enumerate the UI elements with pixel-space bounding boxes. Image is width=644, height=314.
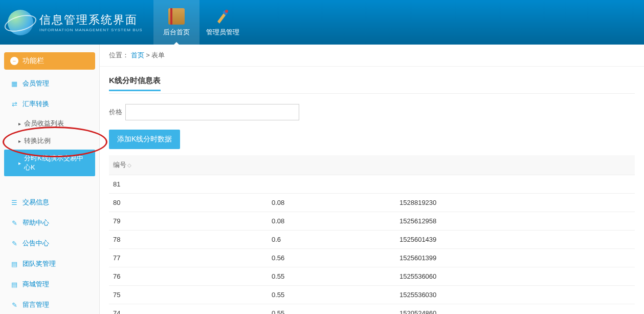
app-header: 信息管理系统界面 INFORMATION MANAGEMENT SYSTEM B…: [0, 0, 644, 45]
app-title: 信息管理系统界面: [39, 12, 143, 28]
svg-point-0: [225, 10, 228, 13]
cell-id: 81: [109, 175, 268, 194]
edit-icon: ✎: [10, 239, 18, 247]
sidebar-item-label: 商城管理: [23, 280, 49, 289]
cell-time: 1525536030: [395, 286, 635, 304]
edit-icon: ✎: [10, 219, 18, 227]
cell-id: 80: [109, 194, 268, 212]
cell-id: 78: [109, 231, 268, 249]
price-input[interactable]: [125, 104, 299, 120]
price-form-row: 价格: [109, 104, 635, 120]
cell-id: 77: [109, 249, 268, 267]
sidebar-item-exchange[interactable]: ⇄ 汇率转换: [4, 94, 95, 114]
sidebar-item-announce[interactable]: ✎ 公告中心: [4, 234, 95, 253]
breadcrumb-sep: >: [146, 51, 151, 59]
sidebar-item-label: 留言管理: [23, 300, 49, 309]
nav-home-label: 后台首页: [163, 28, 190, 37]
sidebar-item-label: 公告中心: [23, 239, 49, 248]
logo-icon: [8, 10, 33, 35]
cell-price: 0.55: [268, 286, 395, 304]
kline-table: 编号◇ 81800.081528819230790.08152561295878…: [109, 155, 635, 314]
cell-time: 1525536060: [395, 267, 635, 286]
table-row[interactable]: 750.551525536030: [109, 286, 635, 304]
cell-time: 1525612958: [395, 212, 635, 231]
sort-icon: ◇: [127, 162, 131, 168]
sidebar-sub-label: 会员收益列表: [24, 119, 64, 128]
cell-price: 0.08: [268, 212, 395, 231]
breadcrumb: 位置： 首页 > 表单: [100, 45, 644, 67]
app-subtitle: INFORMATION MANAGEMENT SYSTEM BUS: [39, 28, 143, 32]
add-kline-button[interactable]: 添加K线分时数据: [109, 130, 180, 149]
sidebar-sub-earnings[interactable]: 会员收益列表: [4, 115, 95, 132]
sidebar-sub-label: 转换比例: [24, 136, 51, 145]
sidebar-item-team[interactable]: ▤ 团队奖管理: [4, 254, 95, 274]
sidebar-item-label: 交易信息: [23, 198, 49, 207]
cell-time: 1520524860: [395, 304, 635, 315]
breadcrumb-prefix: 位置：: [109, 51, 129, 59]
admin-tools-icon: [214, 8, 231, 25]
edit-icon: ✎: [10, 301, 18, 309]
cell-price: 0.55: [268, 304, 395, 315]
sidebar-item-trade[interactable]: ☰ 交易信息: [4, 193, 95, 212]
cell-time: 1525601399: [395, 249, 635, 267]
sidebar-item-label: 会员管理: [23, 79, 49, 88]
cell-id: 75: [109, 286, 268, 304]
cell-time: 1525601439: [395, 231, 635, 249]
table-row[interactable]: 790.081525612958: [109, 212, 635, 231]
sidebar-sub-kline[interactable]: 分时K线[演示交易中心K: [4, 150, 95, 176]
cell-price: 0.6: [268, 231, 395, 249]
breadcrumb-current: 表单: [151, 51, 165, 59]
sidebar-item-message[interactable]: ✎ 留言管理: [4, 295, 95, 314]
logo-area: 信息管理系统界面 INFORMATION MANAGEMENT SYSTEM B…: [0, 0, 153, 45]
sidebar-header[interactable]: − 功能栏: [4, 52, 95, 70]
sidebar-item-label: 团队奖管理: [23, 259, 56, 268]
page-title: K线分时信息表: [109, 76, 161, 91]
price-label: 价格: [109, 108, 122, 117]
sidebar-sub-label: 分时K线[演示交易中心K: [24, 154, 89, 172]
table-row[interactable]: 760.551525536060: [109, 267, 635, 286]
users-icon: ▦: [10, 79, 18, 88]
sidebar-item-mall[interactable]: ▤ 商城管理: [4, 275, 95, 294]
cell-price: 0.55: [268, 267, 395, 286]
cell-id: 76: [109, 267, 268, 286]
table-row[interactable]: 740.551520524860: [109, 304, 635, 315]
cell-id: 79: [109, 212, 268, 231]
cell-time: 1528819230: [395, 194, 635, 212]
main-content: 位置： 首页 > 表单 K线分时信息表 价格 添加K线分时数据 编号◇: [100, 45, 644, 314]
sidebar-sub-ratio[interactable]: 转换比例: [4, 132, 95, 150]
table-row[interactable]: 800.081528819230: [109, 194, 635, 212]
nav-admin-label: 管理员管理: [206, 28, 239, 37]
cell-price: 0.56: [268, 249, 395, 267]
table-row[interactable]: 770.561525601399: [109, 249, 635, 267]
sidebar-item-member[interactable]: ▦ 会员管理: [4, 74, 95, 93]
calendar-icon: ▤: [10, 260, 18, 268]
cell-time: [395, 175, 635, 194]
sidebar-item-label: 汇率转换: [23, 99, 49, 109]
sidebar-item-help[interactable]: ✎ 帮助中心: [4, 213, 95, 233]
sidebar: − 功能栏 ▦ 会员管理 ⇄ 汇率转换 会员收益列表 转换比例 分时K线[演示交…: [0, 45, 100, 314]
sidebar-item-label: 帮助中心: [23, 218, 49, 227]
table-row[interactable]: 81: [109, 175, 635, 194]
cell-price: 0.08: [268, 194, 395, 212]
table-header-price[interactable]: [268, 155, 395, 175]
list-icon: ☰: [10, 198, 18, 206]
cell-price: [268, 175, 395, 194]
cell-id: 74: [109, 304, 268, 315]
nav-home[interactable]: 后台首页: [153, 0, 199, 45]
minus-icon: −: [10, 57, 18, 65]
book-icon: [168, 8, 185, 25]
table-row[interactable]: 780.61525601439: [109, 231, 635, 249]
exchange-icon: ⇄: [10, 100, 18, 108]
table-header-time[interactable]: [395, 155, 635, 175]
table-header-id[interactable]: 编号◇: [109, 155, 268, 175]
breadcrumb-home[interactable]: 首页: [131, 51, 144, 59]
sidebar-header-label: 功能栏: [23, 56, 44, 66]
top-nav: 后台首页 管理员管理: [153, 0, 246, 45]
nav-admin[interactable]: 管理员管理: [199, 0, 246, 45]
calendar-icon: ▤: [10, 280, 18, 288]
